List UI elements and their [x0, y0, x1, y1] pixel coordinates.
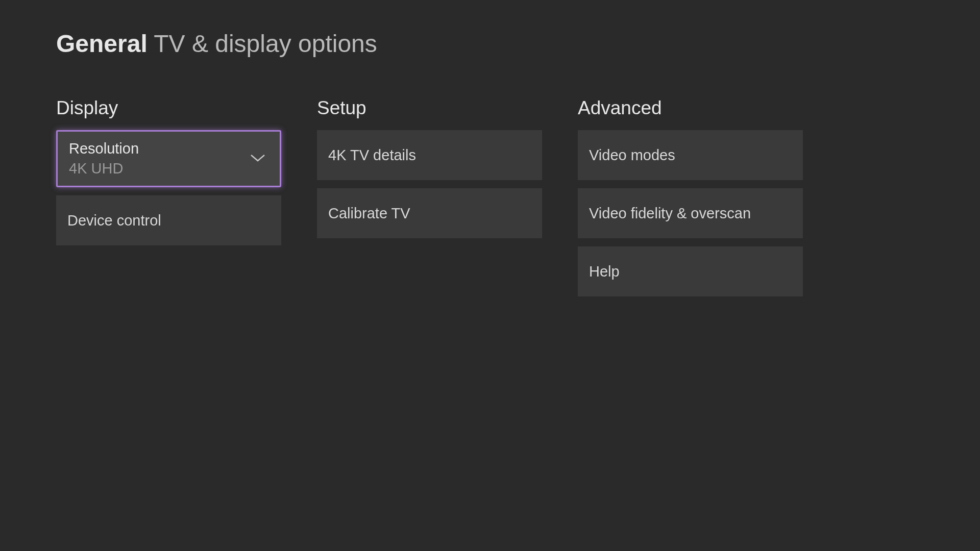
display-column-header: Display	[56, 97, 281, 119]
title-category: General	[56, 30, 148, 57]
setup-column-header: Setup	[317, 97, 542, 119]
4k-tv-details-button[interactable]: 4K TV details	[317, 130, 542, 180]
calibrate-tv-button[interactable]: Calibrate TV	[317, 188, 542, 238]
video-fidelity-label: Video fidelity & overscan	[589, 205, 751, 222]
resolution-value: 4K UHD	[69, 160, 123, 177]
video-modes-label: Video modes	[589, 147, 675, 164]
advanced-column-header: Advanced	[578, 97, 803, 119]
device-control-button[interactable]: Device control	[56, 195, 281, 245]
setup-column: Setup 4K TV details Calibrate TV	[317, 97, 542, 305]
advanced-column: Advanced Video modes Video fidelity & ov…	[578, 97, 803, 305]
video-fidelity-button[interactable]: Video fidelity & overscan	[578, 188, 803, 238]
4k-tv-details-label: 4K TV details	[328, 147, 416, 164]
settings-columns: Display Resolution 4K UHD Device control…	[0, 58, 980, 305]
display-column: Display Resolution 4K UHD Device control	[56, 97, 281, 305]
title-page: TV & display options	[148, 30, 377, 57]
device-control-label: Device control	[67, 212, 161, 229]
page-title: General TV & display options	[56, 30, 980, 58]
video-modes-button[interactable]: Video modes	[578, 130, 803, 180]
help-button[interactable]: Help	[578, 246, 803, 296]
help-label: Help	[589, 263, 620, 280]
page-header: General TV & display options	[0, 0, 980, 58]
chevron-down-icon	[250, 153, 265, 164]
calibrate-tv-label: Calibrate TV	[328, 205, 410, 222]
resolution-label: Resolution	[69, 140, 139, 157]
resolution-dropdown[interactable]: Resolution 4K UHD	[56, 130, 281, 187]
